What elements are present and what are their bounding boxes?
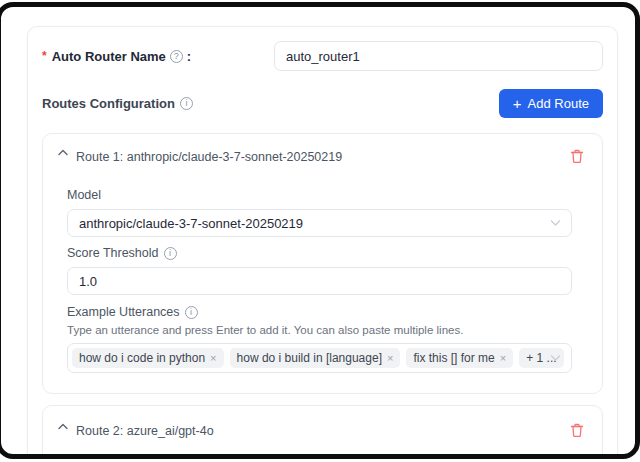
utterance-tag: how do i build in [language] × bbox=[230, 348, 401, 368]
route-2-title: Route 2: azure_ai/gpt-4o bbox=[76, 424, 214, 438]
example-utterances-label-text: Example Utterances bbox=[67, 305, 180, 319]
utterance-tag: how do i code in python × bbox=[72, 348, 224, 368]
auto-router-form-card: * Auto Router Name ? : Routes Configurat… bbox=[27, 26, 618, 459]
utterance-tag-text: how do i code in python bbox=[79, 351, 205, 365]
info-circle-icon[interactable]: i bbox=[180, 97, 193, 110]
utterance-tag: fix this [] for me × bbox=[406, 348, 513, 368]
info-circle-icon[interactable]: i bbox=[185, 306, 198, 319]
routes-configuration-label: Routes Configuration i bbox=[42, 96, 193, 111]
routes-configuration-label-text: Routes Configuration bbox=[42, 96, 175, 111]
model-label-text: Model bbox=[67, 188, 101, 202]
add-route-button-label: Add Route bbox=[528, 96, 589, 111]
route-1-header[interactable]: Route 1: anthropic/claude-3-7-sonnet-202… bbox=[43, 134, 602, 166]
model-select[interactable]: anthropic/claude-3-7-sonnet-20250219 bbox=[67, 209, 572, 237]
route-1-title: Route 1: anthropic/claude-3-7-sonnet-202… bbox=[76, 150, 342, 164]
route-panel-2: Route 2: azure_ai/gpt-4o bbox=[42, 405, 603, 459]
route-2-header[interactable]: Route 2: azure_ai/gpt-4o bbox=[43, 406, 602, 440]
utterance-tag-text: fix this [] for me bbox=[413, 351, 494, 365]
delete-route-1-button[interactable] bbox=[568, 147, 586, 166]
required-asterisk: * bbox=[42, 49, 47, 63]
utterance-tag-text: how do i build in [language] bbox=[237, 351, 382, 365]
model-select-value: anthropic/claude-3-7-sonnet-20250219 bbox=[79, 216, 303, 231]
model-label: Model bbox=[67, 188, 572, 202]
app-window: * Auto Router Name ? : Routes Configurat… bbox=[0, 2, 640, 459]
route-panel-1: Route 1: anthropic/claude-3-7-sonnet-202… bbox=[42, 133, 603, 394]
collapse-chevron-up-icon[interactable] bbox=[58, 423, 68, 430]
collapse-chevron-up-icon[interactable] bbox=[58, 149, 68, 156]
score-threshold-label: Score Threshold i bbox=[67, 246, 572, 260]
label-colon: : bbox=[187, 49, 191, 64]
remove-tag-icon[interactable]: × bbox=[387, 353, 393, 364]
plus-icon: + bbox=[513, 96, 522, 111]
auto-router-name-label: * Auto Router Name ? : bbox=[42, 49, 274, 64]
utterances-helper-text: Type an utterance and press Enter to add… bbox=[67, 324, 572, 336]
score-threshold-label-text: Score Threshold bbox=[67, 246, 159, 260]
remove-tag-icon[interactable]: × bbox=[210, 353, 216, 364]
score-threshold-input[interactable] bbox=[67, 267, 572, 295]
remove-tag-icon[interactable]: × bbox=[500, 353, 506, 364]
chevron-down-icon bbox=[550, 355, 561, 362]
example-utterances-label: Example Utterances i bbox=[67, 305, 572, 319]
add-route-button[interactable]: + Add Route bbox=[499, 89, 603, 118]
trash-icon bbox=[570, 149, 584, 164]
delete-route-2-button[interactable] bbox=[568, 421, 586, 440]
route-1-body: Model anthropic/claude-3-7-sonnet-202502… bbox=[43, 188, 602, 393]
auto-router-name-input[interactable] bbox=[274, 41, 603, 71]
auto-router-name-row: * Auto Router Name ? : bbox=[42, 41, 603, 71]
chevron-down-icon bbox=[550, 220, 561, 227]
auto-router-name-label-text: Auto Router Name bbox=[52, 49, 166, 64]
utterances-tag-input[interactable]: how do i code in python × how do i build… bbox=[67, 343, 572, 373]
trash-icon bbox=[570, 423, 584, 438]
routes-configuration-row: Routes Configuration i + Add Route bbox=[42, 89, 603, 118]
info-circle-icon[interactable]: i bbox=[164, 247, 177, 260]
help-circle-icon[interactable]: ? bbox=[170, 50, 183, 63]
